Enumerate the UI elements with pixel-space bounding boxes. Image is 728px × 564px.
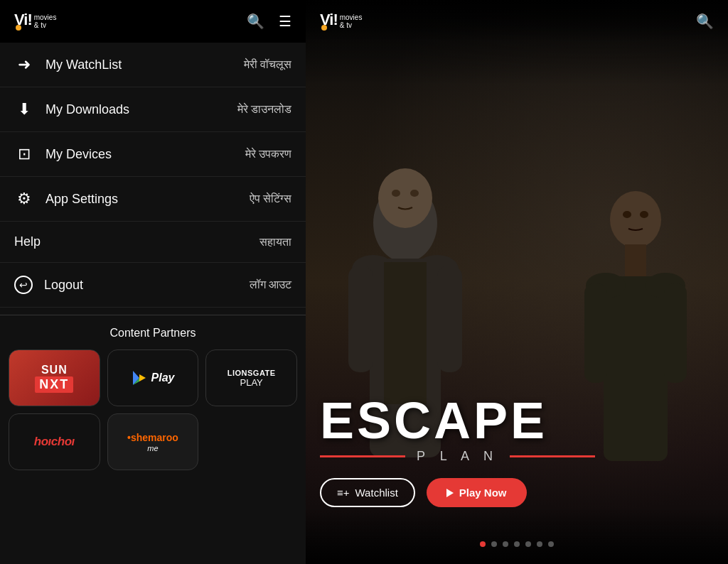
partner-lionsgate[interactable]: LIONSGATE PLAY	[205, 349, 297, 406]
watchlist-icon: ➜	[14, 55, 34, 74]
watchlist-button[interactable]: ≡+ Watchlist	[320, 478, 415, 507]
sidebar-header-icons: 🔍 ☰	[247, 13, 291, 30]
partner-google-play[interactable]: Play	[107, 349, 199, 406]
carousel-dot-6[interactable]	[537, 541, 542, 547]
carousel-dots	[480, 541, 554, 547]
partners-row-1: SUN NXT Play	[9, 349, 297, 406]
movie-subtitle-text: P L A N	[417, 449, 498, 464]
devices-label: My Devices	[46, 147, 112, 162]
help-label: Help	[14, 234, 41, 249]
svg-rect-10	[384, 262, 427, 404]
content-partners-title: Content Partners	[9, 327, 297, 340]
menu-items: ➜ My WatchList मेरी वॉचलूस ⬇ My Download…	[0, 43, 306, 315]
shemaroo-logo: •shemaroo	[127, 432, 178, 443]
menu-item-settings[interactable]: ⚙ App Settings ऐप सेटिंग्स	[0, 177, 306, 222]
svg-rect-17	[625, 244, 646, 276]
carousel-dot-4[interactable]	[514, 541, 520, 547]
settings-icon: ⚙	[14, 190, 34, 208]
help-hindi: सहायता	[259, 236, 291, 249]
svg-rect-21	[664, 283, 687, 383]
menu-item-devices[interactable]: ⊡ My Devices मेरे उपकरण	[0, 132, 306, 177]
movie-subtitle: P L A N	[320, 449, 714, 464]
svg-point-23	[640, 211, 648, 218]
partner-shemaroo[interactable]: •shemaroo me	[107, 413, 199, 470]
subtitle-line-left	[320, 455, 405, 457]
svg-point-16	[610, 191, 661, 248]
shemaroo-me: me	[127, 444, 178, 452]
movie-title: ESCAPE	[320, 395, 714, 446]
svg-marker-3	[139, 374, 146, 381]
movie-info: ESCAPE P L A N ≡+ Watchlist Play Now	[320, 395, 714, 507]
play-multicolor-icon	[132, 370, 147, 386]
hoichoi-logo: hoıchoı	[34, 435, 75, 449]
svg-rect-11	[348, 266, 373, 372]
partner-sun-nxt[interactable]: SUN NXT	[9, 349, 100, 406]
watchlist-btn-icon: ≡+	[337, 487, 350, 499]
watchlist-btn-label: Watchlist	[355, 487, 398, 499]
logout-hindi: लॉग आउट	[250, 278, 291, 291]
sidebar-logo: Vi! movies& tv	[14, 11, 56, 32]
logout-icon: ↩	[14, 276, 33, 294]
search-icon[interactable]: 🔍	[247, 13, 264, 30]
sun-nxt-badge: NXT	[35, 376, 73, 393]
play-btn-icon	[446, 489, 454, 497]
main-logo: Vi! movies& tv	[320, 11, 362, 32]
downloads-label: My Downloads	[46, 102, 129, 117]
logout-label: Logout	[44, 278, 83, 293]
menu-item-downloads[interactable]: ⬇ My Downloads मेरे डाउनलोड	[0, 87, 306, 132]
partners-empty-slot	[205, 413, 297, 470]
play-text: Play	[151, 372, 175, 384]
subtitle-line-right	[510, 455, 595, 457]
carousel-dot-2[interactable]	[491, 541, 497, 547]
settings-label: App Settings	[46, 192, 118, 207]
sidebar: Vi! movies& tv 🔍 ☰ ➜ My WatchList मेरी व…	[0, 0, 306, 564]
svg-point-22	[623, 211, 631, 218]
menu-icon[interactable]: ☰	[279, 13, 291, 30]
downloads-hindi: मेरे डाउनलोड	[237, 103, 291, 116]
play-now-button[interactable]: Play Now	[427, 478, 527, 507]
svg-point-14	[410, 190, 419, 197]
watchlist-hindi: मेरी वॉचलूस	[244, 58, 291, 71]
logo-dot	[16, 25, 21, 31]
svg-rect-12	[437, 266, 462, 372]
carousel-dot-5[interactable]	[525, 541, 531, 547]
devices-icon: ⊡	[14, 145, 34, 163]
main-logo-subtitle: movies& tv	[340, 13, 363, 29]
downloads-icon: ⬇	[14, 100, 34, 119]
menu-item-logout[interactable]: ↩ Logout लॉग आउट	[0, 263, 306, 308]
menu-item-watchlist[interactable]: ➜ My WatchList मेरी वॉचलूस	[0, 43, 306, 87]
menu-item-help[interactable]: Help सहायता	[0, 222, 306, 263]
svg-rect-20	[584, 283, 607, 383]
carousel-dot-1[interactable]	[480, 541, 486, 547]
main-content: Vi! movies& tv 🔍 ESCAPE P L A N ≡+ Watch…	[306, 0, 728, 564]
content-partners: Content Partners SUN NXT	[0, 315, 306, 482]
main-header: Vi! movies& tv 🔍	[306, 0, 728, 43]
watchlist-label: My WatchList	[46, 58, 122, 72]
svg-point-13	[392, 190, 400, 197]
sidebar-header: Vi! movies& tv 🔍 ☰	[0, 0, 306, 43]
main-logo-dot	[321, 25, 327, 31]
lionsgate-label: LIONSGATE	[228, 369, 276, 377]
settings-hindi: ऐप सेटिंग्स	[250, 192, 291, 205]
carousel-dot-3[interactable]	[503, 541, 508, 547]
lionsgate-play-label: PLAY	[228, 377, 276, 388]
partners-row-2: hoıchoı •shemaroo me	[9, 413, 297, 470]
logo-subtitle: movies& tv	[34, 13, 57, 29]
play-btn-label: Play Now	[459, 487, 507, 499]
movie-buttons: ≡+ Watchlist Play Now	[320, 478, 714, 507]
partner-hoichoi[interactable]: hoıchoı	[9, 413, 100, 470]
main-search-icon[interactable]: 🔍	[696, 13, 714, 30]
carousel-dot-7[interactable]	[548, 541, 554, 547]
svg-point-7	[378, 168, 432, 228]
devices-hindi: मेरे उपकरण	[245, 148, 291, 161]
sun-nxt-logo: SUN	[35, 364, 73, 376]
